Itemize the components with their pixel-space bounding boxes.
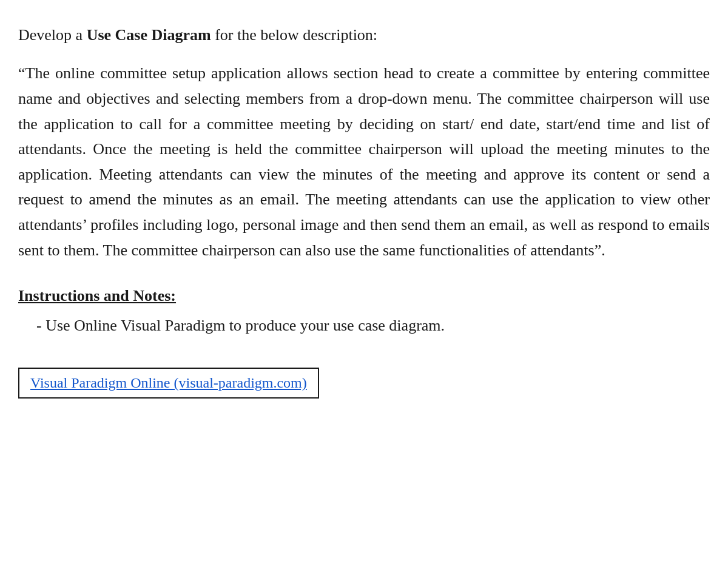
instructions-item-1: - Use Online Visual Paradigm to produce … [36, 314, 710, 337]
heading-bold: Use Case Diagram [87, 26, 211, 44]
instructions-section: Instructions and Notes: - Use Online Vis… [18, 287, 710, 337]
heading-prefix: Develop a [18, 26, 87, 44]
visual-paradigm-link[interactable]: Visual Paradigm Online (visual-paradigm.… [30, 375, 307, 391]
body-paragraph: “The online committee setup application … [18, 61, 710, 263]
heading-line: Develop a Use Case Diagram for the below… [18, 24, 710, 46]
page-container: Develop a Use Case Diagram for the below… [18, 24, 710, 399]
heading-suffix: for the below description: [211, 26, 377, 44]
link-box: Visual Paradigm Online (visual-paradigm.… [18, 368, 319, 399]
instructions-title: Instructions and Notes: [18, 287, 710, 305]
